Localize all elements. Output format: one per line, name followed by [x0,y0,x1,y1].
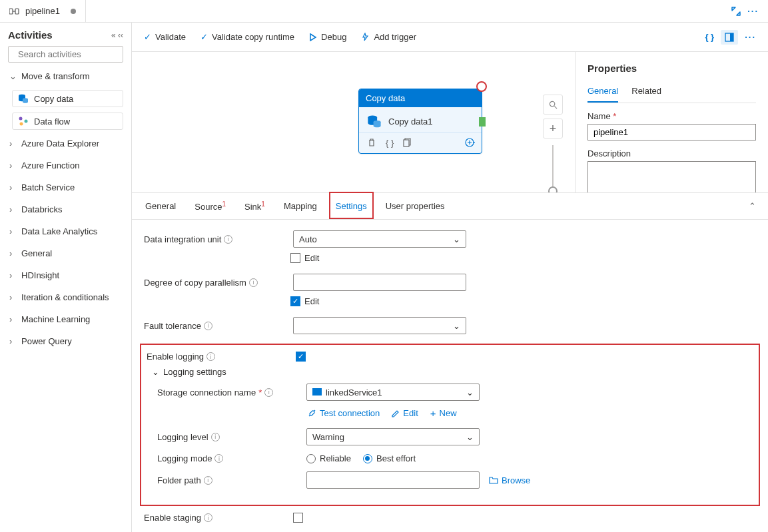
tab-source[interactable]: Source1 [193,194,227,218]
search-input[interactable] [8,46,123,63]
info-icon[interactable]: i [224,235,232,244]
enable-staging-checkbox[interactable] [293,513,303,523]
add-trigger-button[interactable]: Add trigger [361,32,416,42]
fault-tolerance-select[interactable]: ⌄ [293,317,466,334]
info-icon[interactable]: i [249,278,258,287]
logging-mode-besteffort-radio[interactable]: Best effort [363,453,416,463]
check-icon: ✓ [144,32,151,42]
chevron-right-icon: › [9,226,16,236]
sidebar-item-azure-function[interactable]: ›Azure Function [8,157,123,174]
test-connection-button[interactable]: Test connection [308,407,380,419]
info-icon[interactable]: i [206,352,215,361]
chevron-right-icon: › [9,248,16,258]
sidebar-item-hdinsight[interactable]: ›HDInsight [8,267,123,284]
chevron-down-icon: ⌄ [466,388,474,398]
activity-copy-data[interactable]: Copy data [12,90,123,107]
sidebar-item-move-transform[interactable]: ⌄ Move & transform [8,68,123,85]
info-icon[interactable]: i [214,454,223,463]
new-ls-button[interactable]: +New [430,407,457,419]
diu-label: Data integration unit i [144,234,284,244]
check-icon: ✓ [200,32,208,42]
sidebar-item-iteration[interactable]: ›Iteration & conditionals [8,289,123,306]
copy-data-node[interactable]: Copy data Copy data1 { } [358,89,482,154]
parallelism-input[interactable] [293,274,466,291]
enable-staging-label: Enable staging i [144,513,284,523]
zoom-slider[interactable] [552,145,554,192]
logging-settings-toggle[interactable]: ⌄ Logging settings [152,367,753,377]
validate-button[interactable]: ✓Validate [144,32,186,42]
storage-conn-select[interactable]: linkedService1⌄ [306,384,480,401]
folder-path-input[interactable] [306,471,480,489]
description-field[interactable] [587,161,756,192]
linked-service-icon [312,388,322,396]
tab-user-properties[interactable]: User properties [384,194,446,218]
collapse-details-icon[interactable]: ⌃ [749,201,756,211]
collapse-sidebar-icon[interactable]: « ‹‹ [111,31,123,40]
enable-logging-label: Enable logging i [147,352,286,362]
activities-sidebar: Activities « ‹‹ ⌄ Move & transform Copy … [0,23,132,532]
chevron-right-icon: › [9,270,16,280]
properties-toggle-icon[interactable] [721,30,738,45]
expand-icon[interactable] [731,6,741,16]
more-icon[interactable]: ··· [747,6,759,16]
folder-path-label: Folder path i [157,475,297,485]
sidebar-item-dla[interactable]: ›Data Lake Analytics [8,223,123,240]
zoom-thumb[interactable] [548,186,558,192]
chevron-right-icon: › [9,138,16,148]
tab-mapping[interactable]: Mapping [282,194,318,218]
tab-settings[interactable]: Settings [334,194,368,218]
tab-sink[interactable]: Sink1 [243,194,266,218]
pipeline-canvas[interactable]: Copy data Copy data1 { } [132,52,575,192]
settings-form: Data integration unit i Auto⌄ Edit Degre… [132,220,768,532]
browse-button[interactable]: Browse [489,475,530,485]
activity-data-flow[interactable]: Data flow [12,113,123,130]
logging-level-select[interactable]: Warning⌄ [306,428,480,445]
validate-copy-button[interactable]: ✓Validate copy runtime [200,32,294,42]
tab-general-act[interactable]: General [144,194,177,218]
name-field[interactable] [587,124,756,140]
edit-ls-button[interactable]: Edit [392,407,418,419]
sidebar-item-label: Data Lake Analytics [21,226,97,236]
node-connector[interactable] [479,117,486,127]
sidebar-item-databricks[interactable]: ›Databricks [8,201,123,218]
tab-general[interactable]: General [587,82,618,103]
sidebar-item-powerquery[interactable]: ›Power Query [8,333,123,350]
link-label: Edit [403,408,418,418]
enable-logging-checkbox[interactable]: ✓ [296,352,306,362]
sidebar-item-ade[interactable]: ›Azure Data Explorer [8,135,123,152]
tab-related[interactable]: Related [631,82,661,103]
logging-mode-label: Logging mode i [157,453,297,463]
folder-icon [489,476,498,484]
diu-edit-checkbox[interactable] [290,253,300,263]
delete-icon[interactable] [367,138,376,147]
add-output-icon[interactable] [464,137,475,148]
info-icon[interactable]: i [204,513,212,522]
pipeline-tab-label: pipeline1 [25,6,60,16]
sidebar-item-batch[interactable]: ›Batch Service [8,179,123,196]
code-icon[interactable]: { } [705,32,714,42]
search-field[interactable] [18,49,130,59]
zoom-in-icon[interactable]: + [543,119,563,138]
canvas-search-icon[interactable] [543,95,563,115]
logging-mode-reliable-radio[interactable]: Reliable [306,453,351,463]
pipeline-tab[interactable]: pipeline1 [0,0,86,22]
unsaved-dot-icon [71,9,76,14]
sidebar-item-label: Machine Learning [21,314,90,324]
parallelism-edit-checkbox[interactable]: ✓ [290,296,300,306]
chevron-down-icon: ⌄ [9,71,16,81]
diu-select[interactable]: Auto⌄ [293,230,466,248]
radio-unselected-icon [306,454,316,463]
svg-line-17 [554,106,557,109]
toolbar-label: Validate copy runtime [212,32,294,42]
sidebar-item-general[interactable]: ›General [8,245,123,262]
code-icon[interactable]: { } [386,138,394,148]
copy-icon[interactable] [403,138,412,147]
sidebar-item-label: Azure Data Explorer [21,138,99,148]
info-icon[interactable]: i [211,433,220,441]
debug-button[interactable]: Debug [309,32,346,42]
info-icon[interactable]: i [204,322,212,330]
info-icon[interactable]: i [204,476,212,485]
info-icon[interactable]: i [264,388,273,397]
sidebar-item-ml[interactable]: ›Machine Learning [8,311,123,328]
more-toolbar-icon[interactable]: ··· [745,32,756,42]
